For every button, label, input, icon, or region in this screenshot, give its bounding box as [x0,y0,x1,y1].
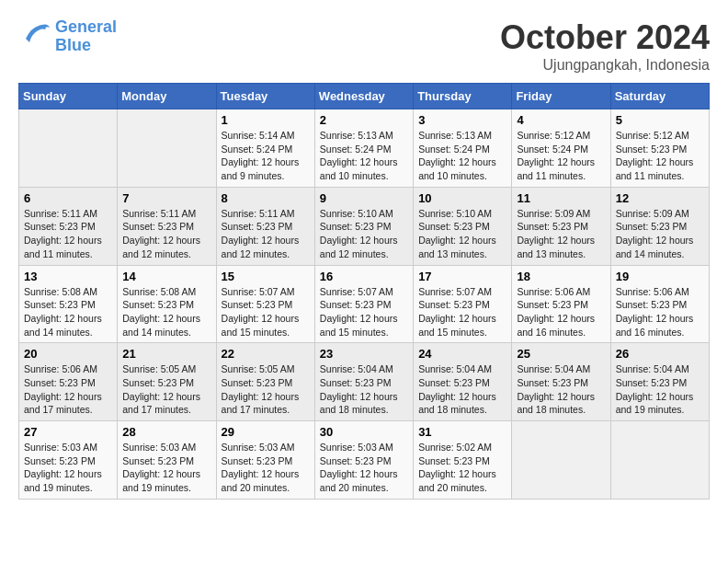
day-number: 31 [418,425,506,439]
day-number: 20 [24,347,112,361]
calendar-cell: 21Sunrise: 5:05 AM Sunset: 5:23 PM Dayli… [118,343,216,421]
day-info: Sunrise: 5:03 AM Sunset: 5:23 PM Dayligh… [320,441,408,495]
day-number: 26 [616,347,704,361]
column-header-sunday: Sunday [19,84,118,109]
week-row: 1Sunrise: 5:14 AM Sunset: 5:24 PM Daylig… [19,109,710,188]
day-info: Sunrise: 5:13 AM Sunset: 5:24 PM Dayligh… [320,129,408,183]
day-info: Sunrise: 5:14 AM Sunset: 5:24 PM Dayligh… [222,129,310,183]
day-number: 14 [122,270,210,283]
day-number: 3 [418,113,506,127]
day-info: Sunrise: 5:09 AM Sunset: 5:23 PM Dayligh… [616,207,704,261]
day-number: 22 [222,347,310,361]
column-header-thursday: Thursday [414,84,512,109]
day-number: 25 [517,347,605,361]
calendar-cell: 18Sunrise: 5:06 AM Sunset: 5:23 PM Dayli… [512,265,610,343]
day-info: Sunrise: 5:06 AM Sunset: 5:23 PM Dayligh… [616,285,704,339]
day-info: Sunrise: 5:10 AM Sunset: 5:23 PM Dayligh… [320,207,408,261]
day-number: 13 [24,270,112,283]
day-number: 5 [616,113,704,127]
day-info: Sunrise: 5:07 AM Sunset: 5:23 PM Dayligh… [222,285,310,339]
day-number: 11 [517,191,605,205]
calendar-cell: 14Sunrise: 5:08 AM Sunset: 5:23 PM Dayli… [118,265,216,343]
day-number: 23 [320,347,408,361]
week-row: 27Sunrise: 5:03 AM Sunset: 5:23 PM Dayli… [19,421,710,500]
calendar-cell [118,109,216,188]
day-info: Sunrise: 5:03 AM Sunset: 5:23 PM Dayligh… [222,441,310,495]
day-number: 6 [24,191,112,205]
title-block: October 2024 Ujungpangkah, Indonesia [500,18,710,74]
calendar-cell: 8Sunrise: 5:11 AM Sunset: 5:23 PM Daylig… [216,187,314,265]
logo: General Blue [18,18,117,55]
calendar-cell: 23Sunrise: 5:04 AM Sunset: 5:23 PM Dayli… [314,343,413,421]
day-number: 7 [122,191,210,205]
day-info: Sunrise: 5:09 AM Sunset: 5:23 PM Dayligh… [517,207,605,261]
day-number: 18 [517,270,605,283]
day-number: 30 [320,425,408,439]
calendar-cell: 5Sunrise: 5:12 AM Sunset: 5:23 PM Daylig… [610,109,709,188]
day-info: Sunrise: 5:11 AM Sunset: 5:23 PM Dayligh… [24,207,112,261]
calendar-cell: 12Sunrise: 5:09 AM Sunset: 5:23 PM Dayli… [610,187,709,265]
header-row: SundayMondayTuesdayWednesdayThursdayFrid… [19,84,710,109]
day-info: Sunrise: 5:04 AM Sunset: 5:23 PM Dayligh… [616,362,704,417]
calendar-cell: 19Sunrise: 5:06 AM Sunset: 5:23 PM Dayli… [610,265,709,343]
column-header-wednesday: Wednesday [314,84,413,109]
calendar-cell: 13Sunrise: 5:08 AM Sunset: 5:23 PM Dayli… [19,265,118,343]
day-info: Sunrise: 5:02 AM Sunset: 5:23 PM Dayligh… [418,441,506,495]
column-header-friday: Friday [512,84,610,109]
day-info: Sunrise: 5:12 AM Sunset: 5:24 PM Dayligh… [517,129,605,183]
day-number: 9 [320,191,408,205]
location: Ujungpangkah, Indonesia [500,57,710,74]
week-row: 20Sunrise: 5:06 AM Sunset: 5:23 PM Dayli… [19,343,710,421]
day-info: Sunrise: 5:04 AM Sunset: 5:23 PM Dayligh… [320,362,408,417]
calendar-cell: 7Sunrise: 5:11 AM Sunset: 5:23 PM Daylig… [118,187,216,265]
day-info: Sunrise: 5:04 AM Sunset: 5:23 PM Dayligh… [418,362,506,417]
column-header-monday: Monday [118,84,216,109]
day-number: 1 [222,113,310,127]
calendar-cell: 2Sunrise: 5:13 AM Sunset: 5:24 PM Daylig… [314,109,413,188]
month-title: October 2024 [500,18,710,57]
day-number: 15 [222,270,310,283]
day-info: Sunrise: 5:06 AM Sunset: 5:23 PM Dayligh… [24,362,112,417]
day-info: Sunrise: 5:05 AM Sunset: 5:23 PM Dayligh… [122,362,210,417]
calendar-table: SundayMondayTuesdayWednesdayThursdayFrid… [18,83,710,500]
calendar-cell: 16Sunrise: 5:07 AM Sunset: 5:23 PM Dayli… [314,265,413,343]
calendar-cell: 31Sunrise: 5:02 AM Sunset: 5:23 PM Dayli… [414,421,512,500]
calendar-cell: 17Sunrise: 5:07 AM Sunset: 5:23 PM Dayli… [414,265,512,343]
day-info: Sunrise: 5:03 AM Sunset: 5:23 PM Dayligh… [122,441,210,495]
calendar-cell: 22Sunrise: 5:05 AM Sunset: 5:23 PM Dayli… [216,343,314,421]
day-info: Sunrise: 5:03 AM Sunset: 5:23 PM Dayligh… [24,441,112,495]
day-number: 27 [24,425,112,439]
day-number: 12 [616,191,704,205]
calendar-cell [512,421,610,500]
logo-text: General Blue [55,18,117,55]
day-number: 16 [320,270,408,283]
day-number: 21 [122,347,210,361]
calendar-cell [610,421,709,500]
calendar-cell: 11Sunrise: 5:09 AM Sunset: 5:23 PM Dayli… [512,187,610,265]
day-info: Sunrise: 5:05 AM Sunset: 5:23 PM Dayligh… [222,362,310,417]
day-number: 4 [517,113,605,127]
day-number: 24 [418,347,506,361]
day-number: 29 [222,425,310,439]
day-info: Sunrise: 5:13 AM Sunset: 5:24 PM Dayligh… [418,129,506,183]
calendar-cell: 29Sunrise: 5:03 AM Sunset: 5:23 PM Dayli… [216,421,314,500]
calendar-cell: 10Sunrise: 5:10 AM Sunset: 5:23 PM Dayli… [414,187,512,265]
day-info: Sunrise: 5:06 AM Sunset: 5:23 PM Dayligh… [517,285,605,339]
day-info: Sunrise: 5:07 AM Sunset: 5:23 PM Dayligh… [418,285,506,339]
calendar-cell: 30Sunrise: 5:03 AM Sunset: 5:23 PM Dayli… [314,421,413,500]
day-info: Sunrise: 5:07 AM Sunset: 5:23 PM Dayligh… [320,285,408,339]
calendar-cell: 4Sunrise: 5:12 AM Sunset: 5:24 PM Daylig… [512,109,610,188]
calendar-cell: 1Sunrise: 5:14 AM Sunset: 5:24 PM Daylig… [216,109,314,188]
day-number: 8 [222,191,310,205]
day-info: Sunrise: 5:12 AM Sunset: 5:23 PM Dayligh… [616,129,704,183]
calendar-cell: 27Sunrise: 5:03 AM Sunset: 5:23 PM Dayli… [19,421,118,500]
calendar-cell: 24Sunrise: 5:04 AM Sunset: 5:23 PM Dayli… [414,343,512,421]
week-row: 13Sunrise: 5:08 AM Sunset: 5:23 PM Dayli… [19,265,710,343]
day-number: 2 [320,113,408,127]
calendar-cell [19,109,118,188]
column-header-saturday: Saturday [610,84,709,109]
column-header-tuesday: Tuesday [216,84,314,109]
day-info: Sunrise: 5:08 AM Sunset: 5:23 PM Dayligh… [24,285,112,339]
calendar-cell: 15Sunrise: 5:07 AM Sunset: 5:23 PM Dayli… [216,265,314,343]
calendar-cell: 9Sunrise: 5:10 AM Sunset: 5:23 PM Daylig… [314,187,413,265]
